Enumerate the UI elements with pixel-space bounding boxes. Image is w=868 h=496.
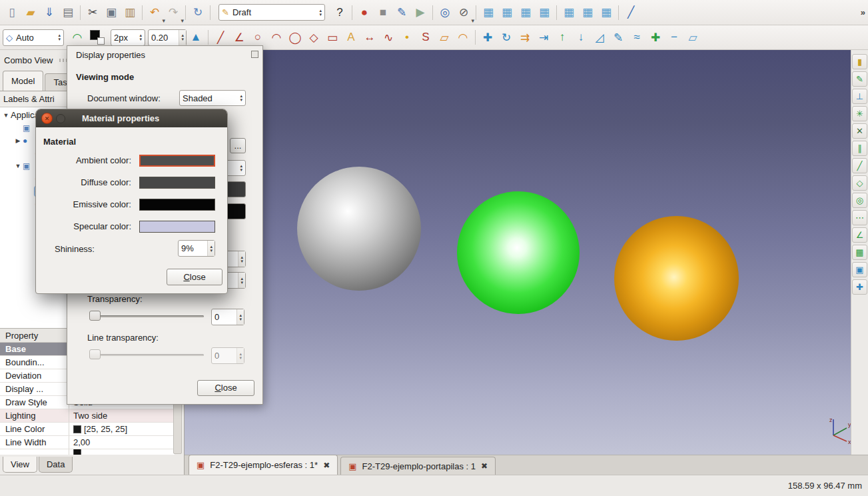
cut-icon[interactable]: ✂ [83,3,102,22]
view-right-icon[interactable]: ▦ [535,3,554,22]
draft-edit-icon[interactable]: ✎ [609,28,628,47]
refresh-icon[interactable]: ↻ [189,3,207,22]
draft-polyline-icon[interactable]: ∠ [230,28,248,47]
float-panel-icon[interactable] [251,51,258,58]
draft-downgrade-icon[interactable]: ↓ [572,28,590,47]
measure-distance-icon[interactable]: ╱ [622,3,640,22]
macro-record-icon[interactable]: ● [355,3,374,22]
snap-endpoint-icon[interactable]: ✎ [852,71,867,87]
material-color-button[interactable] [139,221,215,233]
snap-near-icon[interactable]: ◎ [852,193,867,208]
transparency-spinbox[interactable]: 0 ▴▾ [211,309,244,325]
snap-dimensions-icon[interactable]: ✚ [852,279,867,295]
snap-center-icon[interactable]: ✳ [852,106,867,121]
new-document-icon[interactable]: ▯ [3,3,21,22]
close-tab-icon[interactable]: ✖ [481,461,488,471]
view-bottom-icon[interactable]: ▦ [578,3,597,22]
property-row[interactable]: Line Color [25, 25, 25] [0,423,175,436]
save-document-icon[interactable]: ⇓ [40,3,59,22]
material-color-button[interactable] [139,155,215,167]
property-row[interactable]: Line Width 2,00 [0,436,175,449]
whats-this-icon[interactable]: ? [330,3,349,22]
snap-parallel-icon[interactable]: ∥ [852,141,867,156]
line-color-button[interactable] [89,29,106,46]
property-panel-tab[interactable]: Data [39,457,73,473]
spin-buttons[interactable]: ▴▾ [179,30,186,45]
close-tab-icon[interactable]: ✖ [323,461,330,470]
draft-bspline-icon[interactable]: ∿ [379,28,398,47]
draft-bezier-icon[interactable]: ◠ [454,28,472,47]
snap-special-icon[interactable]: ◇ [852,175,867,191]
view-top-icon[interactable]: ▦ [516,3,535,22]
view-rear-icon[interactable]: ▦ [560,3,578,22]
snap-toggle-icon[interactable]: ◠ [68,28,87,47]
snap-intersection-icon[interactable]: ✕ [852,123,867,139]
document-tab[interactable]: ▣ F2-T29-ejemplo-portapilas : 1 ✖ [340,457,496,475]
workbench-selector[interactable]: ✎ Draft ▴▾ [218,4,325,21]
draft-polygon-icon[interactable]: ◇ [304,28,323,47]
draft-scale-icon[interactable]: ◿ [590,28,609,47]
draft-delete-point-icon[interactable]: − [665,28,683,47]
draft-trimex-icon[interactable]: ⇥ [534,28,553,47]
display-close-button[interactable]: Close [197,380,254,396]
line-width-selector[interactable]: 2px ▴▾ [111,29,145,46]
dialog-titlebar[interactable]: ✕ Material properties [36,109,227,127]
snap-midpoint-icon[interactable]: ⊥ [852,89,867,104]
draft-add-point-icon[interactable]: ✚ [646,28,665,47]
combo-view-tab[interactable]: Model [3,71,43,91]
material-ellipsis-button[interactable]: ... [230,138,246,153]
text-scale-spinbox[interactable]: 0.20 ▴▾ [148,29,187,46]
construction-mode-icon[interactable]: ▲ [187,28,205,47]
document-window-select[interactable]: Shaded ▴▾ [179,90,246,106]
snap-lock-icon[interactable]: ▮ [852,54,867,69]
draft-shapestring-icon[interactable]: S [416,28,435,47]
zoom-fit-icon[interactable]: ◎ [436,3,454,22]
draft-point-icon[interactable]: • [398,28,416,47]
snap-working-plane-icon[interactable]: ▣ [852,262,867,277]
draft-rotate-icon[interactable]: ↻ [497,28,516,47]
sphere-gray[interactable] [297,167,421,291]
snap-grid-icon[interactable]: ▦ [852,245,867,260]
sphere-green[interactable] [457,191,580,314]
draft-shape2dview-icon[interactable]: ▱ [683,28,702,47]
window-maximize-icon[interactable] [56,114,65,123]
redo-icon[interactable]: ↷ ▾ [164,3,183,22]
draft-wire-to-bspline-icon[interactable]: ≈ [628,28,646,47]
draft-text-icon[interactable]: A [342,28,360,47]
property-row[interactable]: Lighting Two side [0,409,175,423]
draft-upgrade-icon[interactable]: ↑ [553,28,572,47]
material-close-button[interactable]: Close [167,269,222,285]
tree-expander-icon[interactable]: ▼ [1,112,11,119]
shininess-spinbox[interactable]: 9% ▴▾ [178,240,215,257]
draft-line-icon[interactable]: ╱ [211,28,230,47]
slider-handle[interactable] [89,349,101,359]
draft-arc-icon[interactable]: ◠ [267,28,286,47]
draft-offset-icon[interactable]: ⇉ [516,28,534,47]
line-transparency-spinbox[interactable]: 0 ▴▾ [211,347,244,364]
draft-dimension-icon[interactable]: ↔ [360,28,379,47]
tree-expander-icon[interactable]: ▶ [13,137,23,144]
property-panel-tab[interactable]: View [3,457,37,473]
transparency-slider[interactable] [89,309,204,323]
material-color-button[interactable] [139,199,215,211]
slider-handle[interactable] [89,311,101,321]
paste-icon[interactable]: ▥ [121,3,139,22]
copy-icon[interactable]: ▣ [102,3,121,22]
print-icon[interactable]: ▤ [59,3,77,22]
toolbar-overflow-button[interactable]: » [861,7,865,17]
snap-ortho-icon[interactable]: ⋯ [852,210,867,225]
draft-move-icon[interactable]: ✚ [478,28,497,47]
macro-edit-icon[interactable]: ✎ [392,3,411,22]
view-left-icon[interactable]: ▦ [597,3,616,22]
draft-rectangle-icon[interactable]: ▭ [323,28,342,47]
document-tab[interactable]: ▣ F2-T29-ejemplo-esferas : 1* ✖ [189,455,338,475]
window-close-icon[interactable]: ✕ [41,113,53,124]
macro-play-icon[interactable]: ▶ [411,3,430,22]
draft-ellipse-icon[interactable]: ◯ [286,28,304,47]
macro-stop-icon[interactable]: ■ [374,3,392,22]
snap-angle-icon[interactable]: ∠ [852,227,867,243]
tree-expander-icon[interactable]: ▼ [13,163,23,169]
3d-viewport[interactable]: z y x [185,50,851,455]
property-row[interactable] [0,449,175,455]
snap-extension-icon[interactable]: ╱ [852,158,867,173]
